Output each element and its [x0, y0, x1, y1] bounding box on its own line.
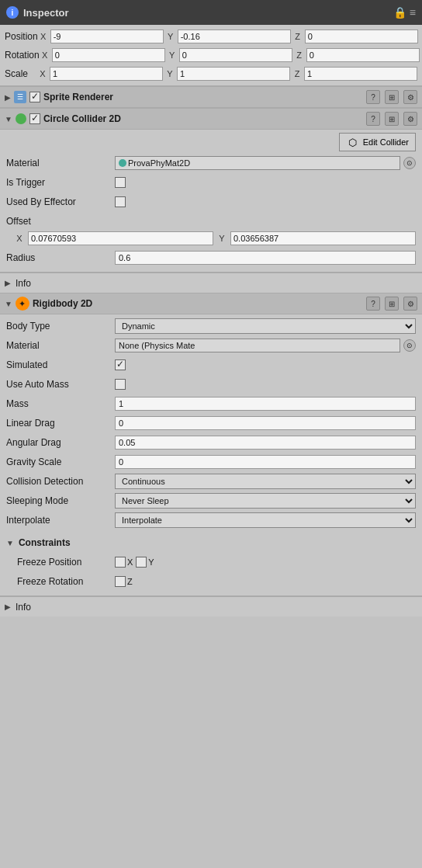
used-by-effector-label: Used By Effector	[6, 196, 115, 207]
rigidbody-layout-btn[interactable]: ⊞	[385, 297, 399, 311]
use-auto-mass-checkbox[interactable]	[115, 379, 126, 390]
sprite-renderer-layout-btn[interactable]: ⊞	[385, 90, 399, 104]
rotation-y-input[interactable]	[179, 48, 292, 62]
circle-collider-help-btn[interactable]: ?	[366, 112, 380, 126]
rigidbody-info-label: Info	[16, 602, 31, 613]
simulated-label: Simulated	[6, 359, 115, 370]
circle-collider-name: Circle Collider 2D	[43, 113, 361, 124]
offset-label: Offset	[6, 216, 115, 227]
circle-collider-settings-btn[interactable]: ⚙	[403, 112, 417, 126]
freeze-pos-x-item: X	[115, 557, 133, 568]
offset-y-input[interactable]	[230, 231, 416, 245]
gravity-scale-label: Gravity Scale	[6, 457, 115, 467]
rb-material-text: None (Physics Mate	[119, 341, 195, 350]
freeze-rot-z-checkbox[interactable]	[115, 576, 126, 587]
gravity-scale-row: Gravity Scale	[6, 453, 416, 470]
freeze-rot-z-item: Z	[115, 576, 133, 587]
sprite-renderer-name: Sprite Renderer	[43, 92, 361, 102]
sprite-renderer-help-btn[interactable]: ?	[366, 90, 380, 104]
offset-x-label: X	[14, 234, 25, 243]
collider-material-settings[interactable]: ⊙	[403, 157, 416, 169]
simulated-checkbox[interactable]	[115, 359, 126, 370]
circle-collider-header[interactable]: ▼ Circle Collider 2D ? ⊞ ⚙	[0, 108, 422, 130]
scale-z-input[interactable]	[304, 67, 417, 81]
sprite-renderer-icon: ☰	[14, 91, 26, 103]
rigidbody-info-row[interactable]: ▶ Info	[0, 596, 422, 616]
mass-input[interactable]	[115, 397, 416, 411]
circle-collider-body: ⬡ Edit Collider Material ProvaPhyMat2D ⊙…	[0, 130, 422, 273]
sleeping-mode-select[interactable]: Never Sleep Start Awake Start Asleep	[115, 493, 416, 509]
interpolate-select[interactable]: None Interpolate Extrapolate	[115, 512, 416, 528]
circle-collider-checkbox[interactable]	[29, 113, 40, 124]
freeze-position-row: Freeze Position X Y	[6, 554, 416, 571]
rigidbody-info-arrow[interactable]: ▶	[5, 602, 11, 611]
freeze-pos-x-checkbox[interactable]	[115, 557, 126, 568]
interpolate-label: Interpolate	[6, 515, 115, 526]
offset-y-label: Y	[216, 234, 227, 243]
rb-material-value[interactable]: None (Physics Mate	[115, 339, 400, 352]
rigidbody-name: Rigidbody 2D	[33, 298, 361, 309]
rigidbody-settings-btn[interactable]: ⚙	[403, 297, 417, 311]
body-type-select[interactable]: Dynamic Kinematic Static	[115, 318, 416, 334]
offset-x-input[interactable]	[28, 231, 213, 245]
linear-drag-row: Linear Drag	[6, 415, 416, 432]
scale-axis-group: X Y Z	[37, 67, 417, 81]
lock-icon[interactable]: 🔒 ≡	[393, 6, 416, 19]
constraints-arrow[interactable]: ▼	[6, 539, 14, 547]
sprite-renderer-settings-btn[interactable]: ⚙	[403, 90, 417, 104]
sleeping-mode-value-wrapper: Never Sleep Start Awake Start Asleep	[115, 493, 416, 509]
edit-collider-button[interactable]: ⬡ Edit Collider	[339, 133, 416, 151]
scale-y-label: Y	[164, 69, 175, 78]
radius-label: Radius	[6, 252, 115, 263]
sprite-renderer-header[interactable]: ▶ ☰ Sprite Renderer ? ⊞ ⚙	[0, 86, 422, 108]
position-y-input[interactable]	[178, 30, 291, 43]
rigidbody-help-btn[interactable]: ?	[366, 297, 380, 311]
inspector-title: Inspector	[23, 7, 69, 19]
angular-drag-input[interactable]	[115, 436, 416, 450]
sprite-renderer-arrow[interactable]: ▶	[5, 93, 11, 102]
rotation-axis-group: X Y Z	[40, 48, 420, 62]
circle-collider-layout-btn[interactable]: ⊞	[385, 112, 399, 126]
rotation-x-input[interactable]	[52, 48, 165, 62]
is-trigger-checkbox[interactable]	[115, 177, 126, 188]
offset-section: Offset X Y	[6, 213, 416, 247]
angular-drag-row: Angular Drag	[6, 434, 416, 451]
use-auto-mass-label: Use Auto Mass	[6, 379, 115, 390]
sprite-renderer-checkbox[interactable]	[29, 92, 40, 102]
collider-material-field: ProvaPhyMat2D ⊙	[115, 156, 416, 170]
constraints-label: Constraints	[19, 537, 71, 548]
linear-drag-input[interactable]	[115, 416, 416, 430]
radius-input[interactable]	[115, 251, 416, 265]
position-x-input[interactable]	[50, 30, 164, 43]
used-by-effector-checkbox[interactable]	[115, 196, 126, 207]
rigidbody-arrow[interactable]: ▼	[5, 300, 12, 308]
rigidbody-header[interactable]: ▼ ✦ Rigidbody 2D ? ⊞ ⚙	[0, 293, 422, 314]
gravity-scale-value-wrapper	[115, 455, 416, 469]
collider-material-row: Material ProvaPhyMat2D ⊙	[6, 155, 416, 172]
radius-row: Radius	[6, 249, 416, 266]
offset-label-row: Offset	[6, 213, 416, 230]
mass-label: Mass	[6, 398, 115, 409]
edit-collider-icon: ⬡	[346, 135, 360, 149]
collider-material-value[interactable]: ProvaPhyMat2D	[115, 156, 400, 170]
collision-detection-select[interactable]: Discrete Continuous	[115, 474, 416, 489]
freeze-pos-y-checkbox[interactable]	[136, 557, 147, 568]
is-trigger-row: Is Trigger	[6, 174, 416, 191]
rb-material-label: Material	[6, 340, 115, 351]
scale-x-input[interactable]	[50, 67, 163, 81]
position-z-input[interactable]	[305, 30, 418, 43]
circle-collider-info-arrow[interactable]: ▶	[5, 279, 11, 287]
gravity-scale-input[interactable]	[115, 455, 416, 469]
rotation-z-input[interactable]	[306, 48, 420, 62]
circle-collider-arrow[interactable]: ▼	[5, 115, 12, 123]
rb-material-row: Material None (Physics Mate ⊙	[6, 337, 416, 354]
edit-collider-label: Edit Collider	[363, 137, 409, 147]
simulated-row: Simulated	[6, 356, 416, 373]
rb-material-settings[interactable]: ⊙	[403, 339, 416, 352]
scale-y-input[interactable]	[177, 67, 290, 81]
rotation-y-label: Y	[167, 50, 178, 60]
position-x-label: X	[38, 32, 49, 41]
circle-collider-info-row[interactable]: ▶ Info	[0, 273, 422, 293]
freeze-pos-x-label: X	[127, 557, 133, 567]
constraints-header[interactable]: ▼ Constraints	[6, 534, 416, 551]
